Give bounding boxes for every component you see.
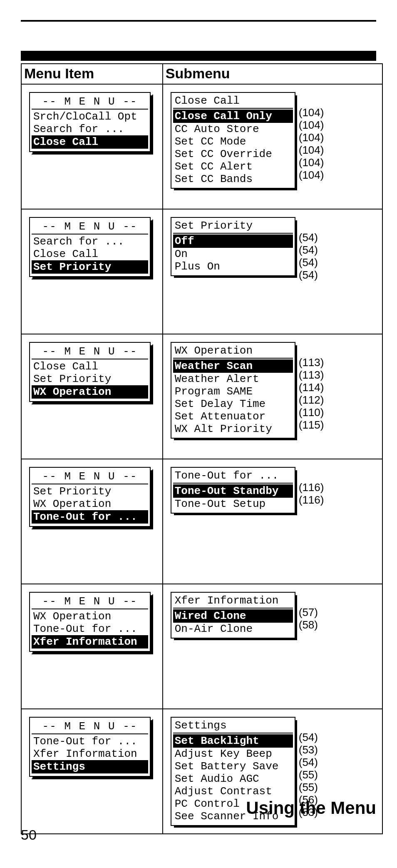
page-ref: (55) (299, 768, 318, 781)
page-ref: (114) (299, 381, 324, 394)
menu-item-cell: -- M E N U --WX OperationTone-Out for ..… (21, 584, 163, 709)
menu-line-selected: Tone-Out for ... (32, 510, 148, 524)
page-ref: (54) (299, 256, 318, 269)
menu-item-cell: -- M E N U --Srch/CloCall OptSearch for … (21, 84, 163, 209)
submenu-line-selected: Close Call Only (173, 110, 293, 123)
menu-item-cell: -- M E N U --Close CallSet PriorityWX Op… (21, 334, 163, 459)
page-ref: (55) (299, 781, 318, 793)
menu-lcd-title: -- M E N U -- (32, 594, 148, 608)
submenu-lcd: WX OperationWeather ScanWeather AlertPro… (171, 342, 295, 439)
divider (32, 609, 148, 609)
submenu-lcd: Set PriorityOffOnPlus On (171, 217, 295, 276)
submenu-cell: Close CallClose Call OnlyCC Auto StoreSe… (163, 84, 382, 209)
submenu-wrap: Xfer InformationWired CloneOn-Air Clone(… (171, 592, 378, 639)
menu-lcd-title: -- M E N U -- (32, 469, 148, 483)
submenu-cell: Xfer InformationWired CloneOn-Air Clone(… (163, 584, 382, 709)
submenu-lcd: Tone-Out for ...Tone-Out StandbyTone-Out… (171, 467, 295, 514)
submenu-cell: Tone-Out for ...Tone-Out StandbyTone-Out… (163, 459, 382, 584)
page-refs: (116)(116) (299, 467, 324, 506)
header-menu-item: Menu Item (21, 64, 163, 84)
menu-line: Xfer Information (32, 748, 148, 760)
divider (173, 483, 293, 484)
page-number: 50 (21, 827, 37, 843)
submenu-lcd: Xfer InformationWired CloneOn-Air Clone (171, 592, 295, 639)
submenu-title: Set Priority (173, 219, 293, 232)
submenu-title: Tone-Out for ... (173, 469, 293, 482)
submenu-line: On (173, 248, 293, 260)
page-ref: (115) (299, 419, 324, 431)
menu-line: Search for ... (32, 235, 148, 248)
page-ref: (113) (299, 356, 324, 369)
submenu-line-selected: Off (173, 234, 293, 248)
submenu-line-selected: Set Backlight (173, 734, 293, 748)
divider (32, 109, 148, 110)
menu-line: Set Priority (32, 485, 148, 498)
page-ref: (104) (299, 156, 324, 169)
menu-lcd-title: -- M E N U -- (32, 219, 148, 233)
menu-lcd-title: -- M E N U -- (32, 95, 148, 108)
submenu-wrap: Set PriorityOffOnPlus On(54)(54)(54)(54) (171, 217, 378, 281)
menu-table: Menu Item Submenu -- M E N U --Srch/CloC… (21, 63, 383, 834)
top-rule-thick (21, 51, 376, 61)
submenu-title: Xfer Information (173, 594, 293, 607)
menu-lcd: -- M E N U --Srch/CloCall OptSearch for … (29, 92, 151, 152)
submenu-line-selected: Tone-Out Standby (173, 484, 293, 498)
page-refs: (57)(58) (299, 592, 318, 631)
menu-line-selected: Close Call (32, 135, 148, 149)
menu-item-cell: -- M E N U --Search for ...Close CallSet… (21, 209, 163, 334)
page-ref: (112) (299, 394, 324, 406)
menu-lcd: -- M E N U --Tone-Out for ...Xfer Inform… (29, 717, 151, 777)
page-ref: (110) (299, 406, 324, 419)
page-ref: (54) (299, 244, 318, 256)
submenu-lcd: Close CallClose Call OnlyCC Auto StoreSe… (171, 92, 295, 189)
divider (32, 484, 148, 484)
submenu-wrap: Tone-Out for ...Tone-Out StandbyTone-Out… (171, 467, 378, 514)
divider (173, 108, 293, 109)
submenu-line: Set CC Mode (173, 135, 293, 148)
menu-item-cell: -- M E N U --Set PriorityWX OperationTon… (21, 459, 163, 584)
page-ref: (104) (299, 119, 324, 131)
submenu-cell: Set PriorityOffOnPlus On(54)(54)(54)(54) (163, 209, 382, 334)
page-ref: (104) (299, 144, 324, 156)
submenu-line: Set Battery Save (173, 760, 293, 773)
menu-line: Tone-Out for ... (32, 623, 148, 635)
menu-line-selected: Settings (32, 760, 148, 773)
divider (32, 359, 148, 359)
submenu-wrap: WX OperationWeather ScanWeather AlertPro… (171, 342, 378, 439)
page-refs: (104)(104)(104)(104)(104)(104) (299, 92, 324, 181)
menu-line: Search for ... (32, 123, 148, 135)
divider (32, 234, 148, 234)
menu-lcd: -- M E N U --Close CallSet PriorityWX Op… (29, 342, 151, 402)
submenu-line: Adjust Key Beep (173, 748, 293, 760)
submenu-line: Adjust Contrast (173, 785, 293, 798)
divider (173, 358, 293, 359)
menu-line: Tone-Out for ... (32, 735, 148, 748)
page-ref: (104) (299, 169, 324, 181)
page-ref: (57) (299, 606, 318, 619)
menu-lcd-title: -- M E N U -- (32, 344, 148, 358)
submenu-line: WX Alt Priority (173, 423, 293, 435)
page-ref: (53) (299, 743, 318, 756)
submenu-line: Tone-Out Setup (173, 498, 293, 510)
menu-lcd: -- M E N U --Set PriorityWX OperationTon… (29, 467, 151, 527)
page-ref: (54) (299, 269, 318, 281)
submenu-line: Set Audio AGC (173, 773, 293, 785)
menu-line: Set Priority (32, 373, 148, 385)
submenu-line: On-Air Clone (173, 623, 293, 635)
submenu-cell: WX OperationWeather ScanWeather AlertPro… (163, 334, 382, 459)
page-refs: (54)(54)(54)(54) (299, 217, 318, 281)
menu-line: WX Operation (32, 498, 148, 510)
page-ref: (54) (299, 756, 318, 768)
menu-line-selected: Set Priority (32, 260, 148, 274)
submenu-line: Set CC Alert (173, 160, 293, 173)
page-ref: (54) (299, 731, 318, 743)
submenu-line-selected: Wired Clone (173, 609, 293, 623)
submenu-line: Set CC Bands (173, 173, 293, 185)
top-rule-thin (21, 20, 376, 22)
divider (32, 733, 148, 734)
submenu-line: Program SAME (173, 385, 293, 398)
page-ref: (54) (299, 231, 318, 244)
page-ref: (104) (299, 106, 324, 119)
menu-line: Close Call (32, 360, 148, 373)
page-ref: (116) (299, 481, 324, 494)
